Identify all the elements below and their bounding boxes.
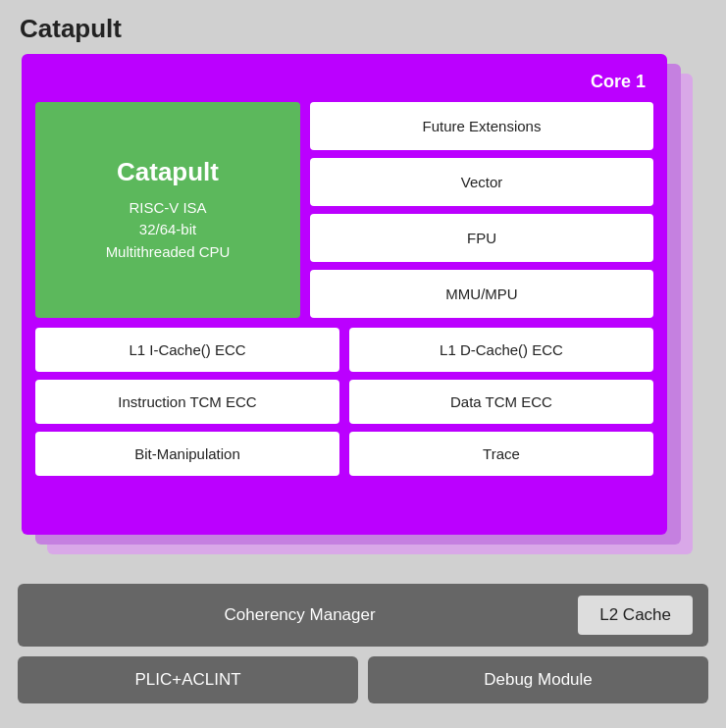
core-bottom-rows: L1 I-Cache() ECC L1 D-Cache() ECC Instru… — [35, 328, 653, 476]
trace-box: Trace — [349, 432, 653, 476]
l1-dcache-box: L1 D-Cache() ECC — [349, 328, 653, 372]
coherency-manager-label: Coherency Manager — [33, 605, 566, 625]
core-content: Catapult RISC-V ISA32/64-bitMultithreade… — [35, 102, 653, 476]
data-tcm-box: Data TCM ECC — [349, 380, 653, 424]
cache-row: L1 I-Cache() ECC L1 D-Cache() ECC — [35, 328, 653, 372]
core-card-1: Core 1 Catapult RISC-V ISA32/64-bitMulti… — [22, 54, 667, 535]
extensions-column: Future Extensions Vector FPU MMU/MPU — [310, 102, 653, 318]
page-title: Catapult — [0, 0, 726, 54]
plic-debug-row: PLIC+ACLINT Debug Module — [18, 656, 708, 703]
coherency-row: Coherency Manager L2 Cache — [18, 584, 708, 647]
core-top-row: Catapult RISC-V ISA32/64-bitMultithreade… — [35, 102, 653, 318]
bit-manipulation-box: Bit-Manipulation — [35, 432, 339, 476]
fpu-box: FPU — [310, 214, 653, 262]
catapult-cpu-title: Catapult — [117, 157, 219, 187]
plic-aclint-box: PLIC+ACLINT — [18, 656, 358, 703]
catapult-cpu-desc: RISC-V ISA32/64-bitMultithreaded CPU — [106, 197, 231, 264]
instruction-tcm-box: Instruction TCM ECC — [35, 380, 339, 424]
catapult-cpu-box: Catapult RISC-V ISA32/64-bitMultithreade… — [35, 102, 300, 318]
debug-module-box: Debug Module — [368, 656, 708, 703]
bit-trace-row: Bit-Manipulation Trace — [35, 432, 653, 476]
future-extensions-box: Future Extensions — [310, 102, 653, 150]
bottom-section: Coherency Manager L2 Cache PLIC+ACLINT D… — [18, 584, 708, 703]
vector-box: Vector — [310, 158, 653, 206]
mmu-mpu-box: MMU/MPU — [310, 270, 653, 318]
tcm-row: Instruction TCM ECC Data TCM ECC — [35, 380, 653, 424]
core-1-label: Core 1 — [35, 68, 653, 100]
l2-cache-box: L2 Cache — [578, 596, 693, 635]
l1-icache-box: L1 I-Cache() ECC — [35, 328, 339, 372]
